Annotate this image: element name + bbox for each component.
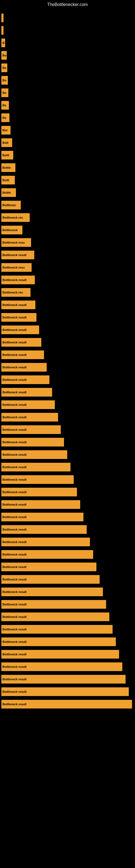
bar-row: Bottleneck result: [1, 536, 135, 548]
bar-item: Bottleneck resu: [1, 263, 32, 272]
bar-item: Bottlenec: [1, 201, 21, 209]
bar-row: Bottleneck result: [1, 324, 135, 336]
bar-item: Bottleneck result: [1, 600, 106, 609]
bar-item: Bottleneck result: [1, 450, 67, 459]
bar-item: Bottleneck result: [1, 413, 58, 422]
bar-item: Bottleneck result: [1, 488, 77, 496]
bar-item: Bottleneck result: [1, 251, 34, 259]
bar-item: Bottleneck result: [1, 563, 96, 571]
bar-row: Bottleneck result: [1, 598, 135, 610]
bar-row: Bottleneck result: [1, 698, 135, 710]
bar-row: Bo: [1, 50, 135, 61]
site-title: TheBottlenecker.com: [0, 0, 135, 9]
bar-item: Bottleneck result: [1, 326, 39, 334]
bar-item: Bottleneck res: [1, 288, 31, 297]
bar-row: [1, 12, 135, 24]
bar-item: Bottleneck result: [1, 350, 44, 359]
bar-item: Bottleneck result: [1, 375, 49, 384]
bar-row: Bottleneck result: [1, 611, 135, 623]
bar-item: Bottleneck result: [1, 438, 64, 446]
bar-item: Bottleneck result: [1, 400, 55, 409]
bar-item: Bo: [1, 76, 8, 85]
bar-row: Bottleneck result: [1, 586, 135, 598]
bar-row: Bottleneck result: [1, 486, 135, 498]
bar-item: Bottleneck result: [1, 338, 41, 347]
bar-row: Bottleneck result: [1, 399, 135, 411]
bar-item: Bo: [1, 88, 8, 97]
bar-item: Bottleneck result: [1, 388, 52, 397]
bar-item: Bottleneck result: [1, 463, 71, 471]
bar-row: Bottle: [1, 162, 135, 174]
bar-row: Bottleneck res: [1, 212, 135, 223]
bar-item: Bottleneck result: [1, 500, 80, 509]
bar-row: Bottleneck result: [1, 274, 135, 286]
bar-row: Bottlenec: [1, 199, 135, 211]
bar-item: [1, 26, 3, 35]
bar-item: Bottleneck res: [1, 213, 30, 222]
bar-item: Bottleneck result: [1, 575, 100, 584]
bar-item: [1, 13, 3, 22]
bar-row: Bott: [1, 137, 135, 149]
bar-item: Bottleneck result: [1, 363, 47, 372]
bar-item: Bottl: [1, 176, 15, 184]
bar-row: Bottleneck result: [1, 249, 135, 261]
bar-item: Bo: [1, 51, 7, 60]
bar-row: [1, 24, 135, 36]
bar-row: Bo: [1, 112, 135, 124]
bar-row: Bottleneck result: [1, 299, 135, 311]
bar-row: Bottleneck result: [1, 361, 135, 373]
bar-row: Bo: [1, 87, 135, 99]
bar-row: Bottleneck resu: [1, 261, 135, 273]
bar-item: Bo: [1, 63, 7, 72]
bar-row: Bottleneck result: [1, 511, 135, 523]
bar-item: Bottleneck result: [1, 550, 93, 559]
bar-row: Bot: [1, 124, 135, 136]
bar-row: Bottleneck result: [1, 661, 135, 673]
bar-item: Bottleneck result: [1, 662, 122, 671]
bar-row: Bottleneck result: [1, 374, 135, 386]
bar-item: Bottleneck result: [1, 425, 61, 434]
bar-row: Bottl: [1, 174, 135, 186]
bar-row: Bo: [1, 74, 135, 86]
bar-row: Bottleneck result: [1, 561, 135, 573]
bar-row: Bottl: [1, 149, 135, 161]
bar-row: Bottleneck result: [1, 673, 135, 685]
bar-row: Bottleneck result: [1, 686, 135, 698]
bar-item: Bottleneck result: [1, 700, 132, 709]
bar-item: B: [1, 38, 5, 47]
bar-item: Bo: [1, 113, 9, 122]
bar-item: Bottleneck result: [1, 301, 35, 309]
bar-row: Bottleneck result: [1, 386, 135, 398]
bar-row: Bottleneck result: [1, 474, 135, 486]
bar-row: B: [1, 37, 135, 49]
bar-item: Bottleneck result: [1, 650, 119, 659]
bar-row: Bottleneck result: [1, 336, 135, 348]
bar-row: Bottleneck result: [1, 461, 135, 473]
bar-row: Bottleneck result: [1, 648, 135, 660]
bar-item: Bottleneck result: [1, 313, 37, 322]
bar-row: Bottleneck: [1, 224, 135, 236]
bar-row: Bottleneck res: [1, 286, 135, 299]
bar-row: Bottleneck result: [1, 424, 135, 436]
bar-row: Bottleneck result: [1, 524, 135, 535]
bar-row: Bottleneck result: [1, 349, 135, 361]
bar-item: Bottl: [1, 151, 13, 159]
bar-row: Bottleneck result: [1, 448, 135, 461]
bar-item: Bottleneck result: [1, 687, 129, 696]
bar-item: Bottleneck result: [1, 613, 109, 621]
bar-item: Bottleneck: [1, 226, 22, 235]
bar-item: Bottleneck result: [1, 276, 35, 284]
bar-row: Bottleneck result: [1, 311, 135, 323]
bars-container: BBoBoBoBoBoBoBotBottBottlBottleBottlBott…: [0, 9, 135, 711]
bar-row: Bo: [1, 62, 135, 74]
bar-row: Bottleneck result: [1, 411, 135, 423]
bar-item: Bottleneck result: [1, 513, 83, 521]
bar-row: Bottleneck result: [1, 623, 135, 635]
bar-row: Bo: [1, 99, 135, 111]
bar-row: Bottle: [1, 187, 135, 198]
bar-item: Bottleneck resu: [1, 238, 31, 247]
bar-row: Bottleneck result: [1, 436, 135, 448]
bar-row: Bottleneck result: [1, 499, 135, 510]
bar-item: Bottle: [1, 163, 15, 172]
bar-item: Bottleneck result: [1, 638, 116, 646]
